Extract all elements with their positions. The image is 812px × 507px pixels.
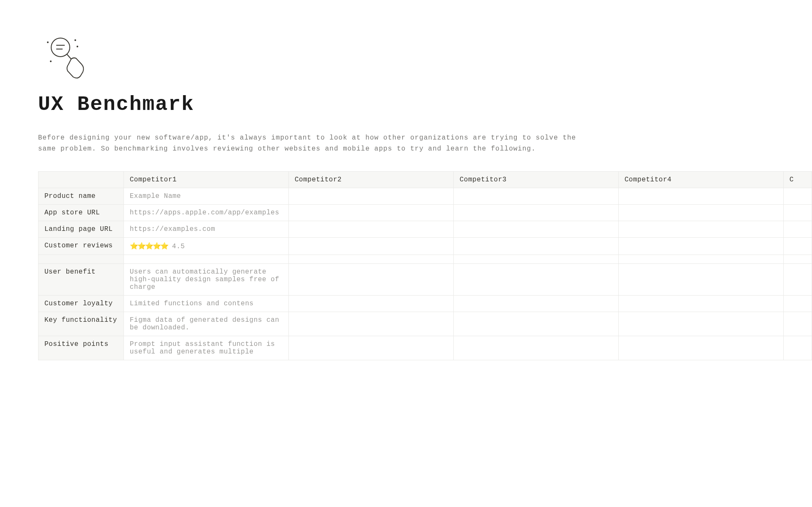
cell-app-store-url-c2[interactable] <box>288 205 453 221</box>
svg-point-7 <box>77 46 78 47</box>
cell-blank-c1[interactable] <box>123 255 288 264</box>
header-competitor5-partial[interactable]: C <box>783 172 812 188</box>
table-row: Customer reviews ⭐⭐⭐⭐⭐ 4.5 <box>38 238 812 255</box>
star-rating-icon: ⭐⭐⭐⭐⭐ <box>130 243 168 250</box>
header-blank[interactable] <box>38 172 124 188</box>
cell-app-store-url-c3[interactable] <box>453 205 618 221</box>
cell-product-name-c5[interactable] <box>783 188 812 205</box>
cell-user-benefit-c1[interactable]: Users can automatically generate high-qu… <box>123 264 288 296</box>
svg-point-5 <box>75 40 76 41</box>
cell-customer-reviews-c3[interactable] <box>453 238 618 255</box>
cell-key-functionality-c2[interactable] <box>288 312 453 336</box>
header-competitor1[interactable]: Competitor1 <box>123 172 288 188</box>
table-row: App store URL https://apps.apple.com/app… <box>38 205 812 221</box>
cell-user-benefit-c3[interactable] <box>453 264 618 296</box>
cell-blank-c3[interactable] <box>453 255 618 264</box>
table-header-row: Competitor1 Competitor2 Competitor3 Comp… <box>38 172 812 188</box>
row-label-user-benefit[interactable]: User benefit <box>38 264 124 296</box>
cell-app-store-url-c1[interactable]: https://apps.apple.com/app/examples <box>123 205 288 221</box>
benchmark-table: Competitor1 Competitor2 Competitor3 Comp… <box>38 171 812 360</box>
svg-point-0 <box>51 38 70 57</box>
cell-user-benefit-c2[interactable] <box>288 264 453 296</box>
cell-customer-reviews-c1[interactable]: ⭐⭐⭐⭐⭐ 4.5 <box>123 238 288 255</box>
cell-positive-points-c1[interactable]: Prompt input assistant function is usefu… <box>123 336 288 360</box>
table-row: Product name Example Name <box>38 188 812 205</box>
header-competitor3[interactable]: Competitor3 <box>453 172 618 188</box>
cell-product-name-c3[interactable] <box>453 188 618 205</box>
cell-user-benefit-c5[interactable] <box>783 264 812 296</box>
svg-point-6 <box>50 61 51 62</box>
table-row <box>38 255 812 264</box>
table-row: Customer loyalty Limited functions and c… <box>38 296 812 312</box>
row-label-customer-loyalty[interactable]: Customer loyalty <box>38 296 124 312</box>
cell-blank-c4[interactable] <box>618 255 783 264</box>
cell-positive-points-c4[interactable] <box>618 336 783 360</box>
cell-customer-reviews-c4[interactable] <box>618 238 783 255</box>
table-row: User benefit Users can automatically gen… <box>38 264 812 296</box>
cell-landing-page-url-c4[interactable] <box>618 221 783 238</box>
table-row: Key functionality Figma data of generate… <box>38 312 812 336</box>
row-label-landing-page-url[interactable]: Landing page URL <box>38 221 124 238</box>
cell-product-name-c1[interactable]: Example Name <box>123 188 288 205</box>
cell-landing-page-url-c2[interactable] <box>288 221 453 238</box>
row-label-positive-points[interactable]: Positive points <box>38 336 124 360</box>
svg-point-4 <box>47 42 48 43</box>
cell-customer-loyalty-c5[interactable] <box>783 296 812 312</box>
cell-customer-loyalty-c4[interactable] <box>618 296 783 312</box>
cell-key-functionality-c1[interactable]: Figma data of generated designs can be d… <box>123 312 288 336</box>
magnifying-glass-hand-icon <box>41 34 92 85</box>
row-label-customer-reviews[interactable]: Customer reviews <box>38 238 124 255</box>
header-competitor2[interactable]: Competitor2 <box>288 172 453 188</box>
cell-customer-reviews-c2[interactable] <box>288 238 453 255</box>
cell-customer-loyalty-c3[interactable] <box>453 296 618 312</box>
rating-value: 4.5 <box>168 243 185 250</box>
cell-landing-page-url-c5[interactable] <box>783 221 812 238</box>
cell-user-benefit-c4[interactable] <box>618 264 783 296</box>
cell-product-name-c4[interactable] <box>618 188 783 205</box>
cell-blank-c2[interactable] <box>288 255 453 264</box>
page-title: UX Benchmark <box>38 93 774 116</box>
row-label-key-functionality[interactable]: Key functionality <box>38 312 124 336</box>
header-competitor4[interactable]: Competitor4 <box>618 172 783 188</box>
cell-positive-points-c2[interactable] <box>288 336 453 360</box>
cell-positive-points-c5[interactable] <box>783 336 812 360</box>
cell-customer-loyalty-c2[interactable] <box>288 296 453 312</box>
cell-key-functionality-c3[interactable] <box>453 312 618 336</box>
cell-app-store-url-c5[interactable] <box>783 205 812 221</box>
cell-landing-page-url-c1[interactable]: https://examples.com <box>123 221 288 238</box>
table-row: Positive points Prompt input assistant f… <box>38 336 812 360</box>
cell-customer-loyalty-c1[interactable]: Limited functions and contens <box>123 296 288 312</box>
row-label-app-store-url[interactable]: App store URL <box>38 205 124 221</box>
page-description: Before designing your new software/app, … <box>38 133 588 154</box>
cell-positive-points-c3[interactable] <box>453 336 618 360</box>
cell-landing-page-url-c3[interactable] <box>453 221 618 238</box>
cell-app-store-url-c4[interactable] <box>618 205 783 221</box>
cell-blank-c5[interactable] <box>783 255 812 264</box>
row-label-blank[interactable] <box>38 255 124 264</box>
cell-customer-reviews-c5[interactable] <box>783 238 812 255</box>
cell-key-functionality-c5[interactable] <box>783 312 812 336</box>
row-label-product-name[interactable]: Product name <box>38 188 124 205</box>
table-row: Landing page URL https://examples.com <box>38 221 812 238</box>
benchmark-table-wrapper: Competitor1 Competitor2 Competitor3 Comp… <box>38 171 812 360</box>
cell-product-name-c2[interactable] <box>288 188 453 205</box>
cell-key-functionality-c4[interactable] <box>618 312 783 336</box>
